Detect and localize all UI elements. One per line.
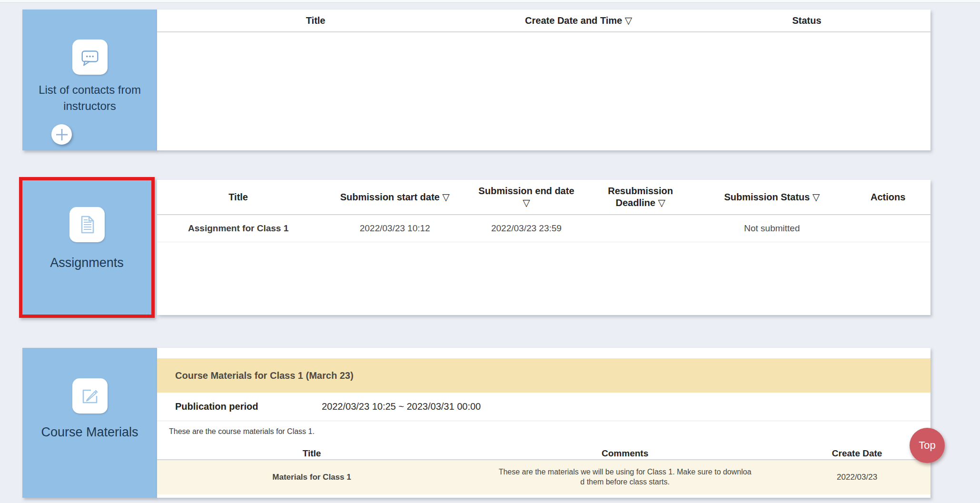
- scroll-to-top-button[interactable]: Top: [910, 428, 945, 463]
- material-comments-cell: These are the materials we will be using…: [466, 467, 783, 487]
- sort-descending-icon[interactable]: ▽: [812, 192, 820, 202]
- assignment-end-cell: 2022/03/23 23:59: [470, 223, 583, 234]
- course-materials-card-label: Course Materials: [22, 425, 157, 440]
- publication-period-value: 2022/03/23 10:25 ~ 2023/03/31 00:00: [322, 401, 481, 412]
- document-icon: [69, 207, 105, 242]
- materials-col-comments-label: Comments: [602, 448, 648, 458]
- edit-pencil-icon: [72, 378, 108, 414]
- assignments-col-status-label: Submission Status: [724, 192, 810, 202]
- materials-col-title-label: Title: [303, 448, 321, 458]
- course-materials-card[interactable]: Course Materials: [22, 348, 157, 498]
- top-edge-strip: [0, 0, 980, 3]
- contacts-table-header: Title Create Date and Time ▽ Status: [157, 10, 931, 32]
- contacts-col-status: Status: [683, 10, 931, 31]
- material-comments-text: These are the materials we will be using…: [498, 467, 752, 487]
- material-title-cell[interactable]: Materials for Class 1: [157, 473, 466, 482]
- contacts-col-create-date[interactable]: Create Date and Time ▽: [474, 10, 683, 31]
- sort-descending-icon[interactable]: ▽: [658, 197, 665, 208]
- assignments-table-header: Title Submission start date ▽ Submission…: [157, 180, 931, 215]
- assignments-col-status[interactable]: Submission Status ▽: [699, 180, 846, 214]
- materials-title-text: Course Materials for Class 1 (March 23): [175, 370, 354, 381]
- plus-icon: [55, 128, 69, 142]
- material-create-date-text: 2022/03/23: [837, 473, 877, 482]
- contacts-panel: Title Create Date and Time ▽ Status: [157, 10, 931, 150]
- sort-descending-icon[interactable]: ▽: [625, 15, 632, 26]
- sort-descending-icon[interactable]: ▽: [442, 192, 449, 202]
- contacts-col-status-label: Status: [792, 15, 821, 26]
- course-page: List of contacts from instructors Title …: [0, 0, 980, 503]
- material-title-text: Materials for Class 1: [272, 473, 351, 482]
- assignments-card[interactable]: Assignments: [19, 177, 155, 318]
- materials-col-create-label: Create Date: [832, 448, 882, 458]
- assignments-col-title: Title: [157, 180, 319, 214]
- course-materials-panel: Course Materials for Class 1 (March 23) …: [157, 348, 931, 498]
- assignments-col-end[interactable]: Submission end date ▽: [470, 180, 583, 214]
- materials-top-spacer: [157, 348, 931, 358]
- materials-col-comments: Comments: [466, 447, 783, 459]
- assignments-col-start-label: Submission start date: [340, 192, 440, 202]
- contacts-col-create-label: Create Date and Time: [525, 15, 622, 26]
- assignments-col-title-label: Title: [228, 192, 248, 202]
- publication-period-row: Publication period 2022/03/23 10:25 ~ 20…: [157, 393, 931, 421]
- sort-descending-icon[interactable]: ▽: [523, 197, 530, 208]
- speech-bubble-icon: [72, 39, 108, 75]
- material-row[interactable]: Materials for Class 1 These are the mate…: [157, 460, 931, 494]
- assignments-col-actions-label: Actions: [871, 192, 905, 202]
- assignments-col-actions: Actions: [845, 180, 931, 214]
- contacts-card-label: List of contacts from instructors: [22, 82, 157, 114]
- assignment-title-cell[interactable]: Assignment for Class 1: [157, 223, 319, 234]
- assignments-panel: Title Submission start date ▽ Submission…: [157, 180, 931, 315]
- materials-table-header: Title Comments Create Date: [157, 447, 931, 460]
- contacts-card[interactable]: List of contacts from instructors: [22, 10, 157, 150]
- assignment-row[interactable]: Assignment for Class 1 2022/03/23 10:12 …: [157, 215, 931, 242]
- contacts-col-title: Title: [157, 10, 474, 31]
- assignments-col-start[interactable]: Submission start date ▽: [319, 180, 470, 214]
- assignments-col-end-label: Submission end date: [478, 186, 574, 196]
- assignments-col-resubmission[interactable]: Resubmission Deadline ▽: [583, 180, 699, 214]
- publication-period-label: Publication period: [157, 401, 322, 412]
- materials-col-title: Title: [157, 447, 466, 459]
- materials-description: These are the course materials for Class…: [157, 421, 931, 447]
- contacts-col-title-label: Title: [306, 15, 326, 26]
- add-contact-button[interactable]: [51, 124, 72, 145]
- assignment-start-cell: 2022/03/23 10:12: [319, 223, 470, 234]
- material-create-date-cell: 2022/03/23: [783, 473, 931, 482]
- assignments-card-label: Assignments: [22, 256, 151, 270]
- materials-title-bar: Course Materials for Class 1 (March 23): [157, 358, 931, 393]
- assignment-status-cell: Not submitted: [699, 223, 846, 234]
- materials-col-create: Create Date: [783, 447, 931, 459]
